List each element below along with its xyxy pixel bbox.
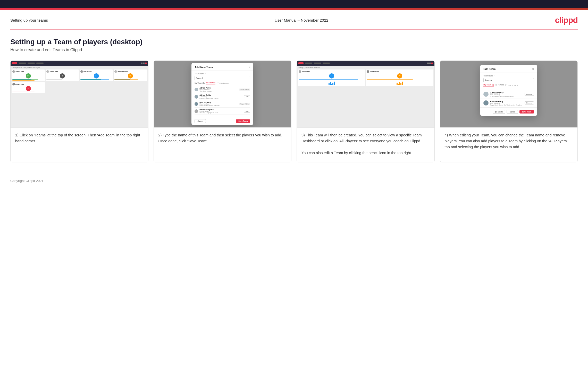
dashboard-screenshot-3: Finding 2 players from My Team Blair McH…	[297, 61, 434, 127]
bars-2	[46, 79, 78, 80]
score-1: 84	[26, 73, 31, 78]
chart-bar-b1	[397, 83, 398, 85]
nav-buttons-3	[427, 63, 433, 64]
mp-add-btn-4[interactable]: Add	[244, 110, 250, 113]
nav-item-3a	[305, 63, 312, 64]
em-avatar-1	[483, 92, 489, 97]
modal-header: Add New Team ×	[191, 63, 253, 71]
filter-checkbox[interactable]	[217, 82, 219, 84]
bar-3aa	[299, 79, 358, 80]
mp-info-1: Adrian Player Plus Handicap The Shire Lo…	[199, 87, 238, 92]
edit-team-name-input[interactable]	[483, 78, 534, 82]
mp-avatar-3	[195, 102, 198, 106]
edit-modal-body: Team Name * My Team (2) All Players Filt…	[480, 73, 537, 90]
mp-loc-4: The Dog Maging Golf Club	[199, 112, 242, 113]
nav-item	[19, 63, 26, 64]
player-name-2: Adrian Coliba	[49, 71, 58, 72]
header-divider	[10, 29, 578, 30]
chart-bar-b5	[402, 82, 403, 85]
modal-close-icon[interactable]: ×	[248, 65, 250, 69]
avatar-3	[80, 70, 83, 73]
logo: clippd	[555, 15, 578, 25]
header-section-label: Setting up your teams	[10, 18, 48, 22]
player-name-5: Richard Butler	[15, 83, 24, 85]
player-card-5: Richard Butler 72	[12, 82, 45, 93]
nav-item-2	[28, 63, 35, 64]
edit-filter-text: Filter by name	[508, 84, 518, 86]
em-loc-1: The Shire London, United Kingdom	[490, 95, 523, 97]
save-team-button[interactable]: Save Team	[236, 119, 250, 123]
bars-1	[12, 79, 44, 81]
edit-cancel-button[interactable]: Cancel	[507, 110, 518, 114]
bar-3bb	[367, 80, 400, 80]
add-team-modal: Add New Team × Team Name * My Team (2) A…	[191, 63, 253, 125]
row-label-3: Finding 2 players from My Team	[298, 67, 433, 68]
delete-button[interactable]: 🗑 Delete	[493, 110, 505, 114]
mini-chart-3a	[329, 82, 335, 85]
edit-team-modal: Edit Team × Team Name * My Team (2) All …	[480, 65, 537, 116]
score-4: 78	[128, 73, 133, 78]
bar-3ba	[367, 79, 413, 80]
header: Setting up your teams User Manual – Nove…	[0, 10, 588, 29]
nav-btn-3c	[431, 63, 433, 64]
page-title: Setting up a Team of players (desktop)	[10, 38, 578, 46]
team-name-input[interactable]	[195, 76, 250, 80]
remove-btn-2[interactable]: Remove	[525, 101, 534, 104]
card-2-text: 2) Type the name of this Team and then s…	[154, 128, 291, 162]
edit-save-team-button[interactable]: Save Team	[519, 110, 534, 113]
mp-status-1: Player Added	[239, 89, 250, 91]
mp-loc-1: The Shire London	[199, 90, 238, 92]
mp-add-btn-2[interactable]: Add	[244, 95, 250, 98]
logo-mini	[12, 62, 17, 64]
player-card-3: Blair McHarg 94	[80, 69, 113, 81]
mp-name-2: Adrian Coliba	[199, 94, 242, 96]
edit-player-2: Blair McHarg Plus Handicap Royal North D…	[480, 99, 537, 108]
edit-tab-all-players[interactable]: All Players	[495, 84, 504, 86]
bar-2a	[46, 79, 62, 80]
edit-tab-my-team[interactable]: My Team (2)	[483, 84, 494, 86]
em-avatar-2	[483, 100, 489, 106]
team-name-label: Team Name *	[195, 73, 250, 75]
bars-3ba	[367, 79, 432, 80]
tab-all-players[interactable]: All Players	[206, 82, 215, 84]
card-3: Finding 2 players from My Team Blair McH…	[297, 60, 435, 163]
mp-avatar-1	[195, 88, 198, 91]
player-card-1: Adrian Coliba 84	[12, 69, 45, 81]
top-bar	[0, 0, 588, 8]
mp-loc-3: Royal North Devon Golf Club	[199, 105, 238, 106]
chart-bar-b2	[398, 84, 399, 85]
mp-loc-2: Central London Golf Centre	[199, 98, 242, 99]
modal-footer: Cancel Save Team	[191, 117, 253, 125]
player-name-4: Dave Billingham	[117, 71, 128, 72]
nav-item-3c	[323, 63, 330, 64]
edit-filter-label: Filter by name	[505, 84, 518, 86]
chart-bar-2	[330, 82, 331, 85]
player-name-1: Adrian Coliba	[15, 71, 24, 72]
modal-title: Add New Team	[195, 66, 213, 69]
em-info-2: Blair McHarg Plus Handicap Royal North D…	[490, 100, 523, 106]
remove-btn-1[interactable]: Remove	[525, 93, 534, 96]
avatar-2	[46, 70, 49, 73]
edit-team-modal-bg: Edit Team × Team Name * My Team (2) All …	[440, 61, 578, 127]
edit-filter-checkbox[interactable]	[505, 84, 507, 86]
chart-bar-4	[332, 83, 333, 85]
bar-3b	[80, 80, 101, 80]
tab-my-team[interactable]: My Team (2)	[195, 82, 205, 84]
chart-bar-3	[331, 84, 332, 85]
add-team-modal-bg: Add New Team × Team Name * My Team (2) A…	[154, 61, 291, 127]
card-4: Edit Team × Team Name * My Team (2) All …	[440, 60, 578, 163]
player-panel-3b: Richard Butler 72	[366, 69, 433, 86]
modal-tabs: My Team (2) All Players Filter by name	[195, 82, 250, 84]
player-3a-name: Blair McHarg	[302, 71, 310, 72]
edit-modal-close-icon[interactable]: ×	[532, 67, 534, 71]
cancel-button[interactable]: Cancel	[195, 119, 206, 123]
bars-5	[12, 92, 44, 92]
player-card-2: Adrian Coliba 0	[46, 69, 79, 81]
screenshot-1: Finding 4 out of 4 players from All Play…	[11, 61, 148, 128]
header-manual-label: User Manual – November 2022	[275, 18, 328, 22]
footer: Copyright Clippd 2021	[0, 175, 588, 187]
score-3a: 94	[329, 73, 334, 78]
nav-bar	[11, 61, 148, 66]
mini-chart-3b	[397, 82, 403, 85]
modal-player-1: Adrian Player Plus Handicap The Shire Lo…	[195, 86, 250, 93]
